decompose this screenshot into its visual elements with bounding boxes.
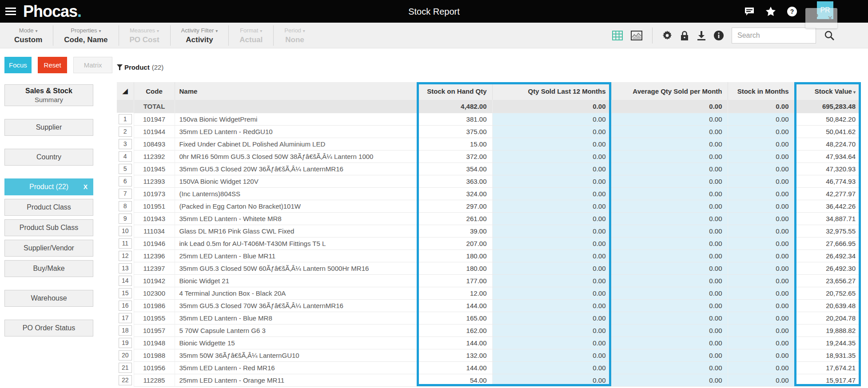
row-number-button[interactable]: 13 (119, 263, 132, 273)
sidebar-item-product-class[interactable]: Product Class (4, 199, 93, 216)
toolbar-group[interactable]: Activity Filter▾ Activity (171, 25, 229, 46)
name-cell[interactable]: Bionic Widgette 15 (175, 337, 417, 349)
name-cell[interactable]: 4 Terminal Junction Box - Black 20A (175, 287, 417, 299)
name-cell[interactable]: Bionic Widget 21 (175, 274, 417, 287)
row-number-button[interactable]: 19 (119, 338, 132, 348)
column-header-name[interactable]: Name (175, 82, 417, 100)
code-cell[interactable]: 112397 (134, 262, 175, 274)
info-icon[interactable] (714, 31, 724, 40)
row-number-button[interactable]: 17 (119, 313, 132, 323)
row-number-button[interactable]: 6 (119, 176, 132, 186)
column-header-avg-qty-month[interactable]: Average Qty Sold per Month (611, 82, 728, 100)
code-cell[interactable]: 112392 (134, 150, 175, 162)
name-cell[interactable]: 25mm LED Lantern - Blue MR11 (175, 249, 417, 262)
matrix-button[interactable]: Matrix (73, 57, 112, 73)
sidebar-item-country[interactable]: Country (4, 149, 93, 166)
name-cell[interactable]: 35mm 50W 36Ãƒâ€šÃ‚Â¼ LanternGU10 (175, 349, 417, 361)
name-cell[interactable]: 25mm LED Lantern - Orange MR11 (175, 374, 417, 386)
code-cell[interactable]: 112285 (134, 374, 175, 386)
row-number-button[interactable]: 12 (119, 251, 132, 261)
toolbar-group[interactable]: Mode▾ Custom (4, 25, 53, 46)
name-cell[interactable]: ink Lead 0.5m for AU-T406M-T430M Fitting… (175, 237, 417, 249)
chart-view-icon[interactable] (631, 31, 642, 40)
column-header-stock-in-months[interactable]: Stock in Months (728, 82, 794, 100)
code-cell[interactable]: 101945 (134, 162, 175, 175)
column-header-qty-sold-12m[interactable]: Qty Sold Last 12 Months (492, 82, 611, 100)
chat-icon[interactable] (745, 7, 754, 16)
code-cell[interactable]: 112396 (134, 249, 175, 262)
help-icon[interactable]: ? (787, 7, 797, 16)
code-cell[interactable]: 101943 (134, 212, 175, 225)
sidebar-item-supplier[interactable]: Supplier (4, 119, 93, 136)
column-header-stock-value[interactable]: Stock Value▾ (794, 82, 861, 100)
sidebar-item-buy-make[interactable]: Buy/Make (4, 260, 93, 277)
name-cell[interactable]: (Packed in Egg Carton No Bracket)101W (175, 200, 417, 212)
grid-view-icon[interactable] (612, 31, 623, 40)
code-cell[interactable]: 101988 (134, 349, 175, 361)
name-cell[interactable]: 150va Bionic WidgetPremi (175, 113, 417, 125)
row-number-button[interactable]: 10 (119, 226, 132, 236)
close-filter-button[interactable]: X (84, 183, 88, 190)
code-cell[interactable]: 101947 (134, 113, 175, 125)
code-cell[interactable]: 101957 (134, 324, 175, 337)
name-cell[interactable]: 35mm LED Lantern - Red MR16 (175, 361, 417, 374)
sort-corner-header[interactable]: ◢ (117, 82, 134, 100)
star-icon[interactable] (766, 7, 776, 16)
column-header-code[interactable]: Code (134, 82, 175, 100)
code-cell[interactable]: 101944 (134, 125, 175, 138)
name-cell[interactable]: 150VA Bionic Widget 120V (175, 175, 417, 187)
sidebar-item-product-sub-class[interactable]: Product Sub Class (4, 219, 93, 236)
name-cell[interactable]: (Inc Lanterns)804SS (175, 187, 417, 200)
sidebar-item-warehouse[interactable]: Warehouse (4, 290, 93, 307)
gear-icon[interactable] (662, 31, 672, 40)
name-cell[interactable]: Fixed Under Cabinet DL Polished Aluminiu… (175, 138, 417, 150)
code-cell[interactable]: 101948 (134, 337, 175, 349)
name-cell[interactable]: 35mm LED Lantern - RedGU10 (175, 125, 417, 138)
focus-button[interactable]: Focus (4, 57, 32, 73)
code-cell[interactable]: 101946 (134, 237, 175, 249)
code-cell[interactable]: 101942 (134, 274, 175, 287)
sidebar-item-sales-stock[interactable]: Sales & Stock Summary (4, 84, 93, 106)
code-cell[interactable]: 102300 (134, 287, 175, 299)
code-cell[interactable]: 101951 (134, 200, 175, 212)
name-cell[interactable]: 0hr MR16 50mm GU5.3 Closed 50W 38Ãƒâ€šÃ‚… (175, 150, 417, 162)
name-cell[interactable]: 35mm GU5.3 Closed 20W 36Ãƒâ€šÃ‚Â¼ Lanter… (175, 162, 417, 175)
active-filter-chip[interactable]: Product (22) (117, 63, 861, 71)
row-number-button[interactable]: 3 (119, 139, 132, 149)
row-number-button[interactable]: 8 (119, 201, 132, 211)
name-cell[interactable]: 35mm LED Lantern - Whitete MR8 (175, 212, 417, 225)
sidebar-item-po-order-status[interactable]: PO Order Status (4, 320, 93, 337)
row-number-button[interactable]: 22 (119, 375, 132, 385)
search-icon[interactable] (824, 30, 835, 41)
row-number-button[interactable]: 11 (119, 238, 132, 249)
name-cell[interactable]: 35mm GU5.3 Closed 70W 36Ãƒâ€šÃ‚Â¼ Lanter… (175, 299, 417, 312)
row-number-button[interactable]: 7 (119, 189, 132, 199)
code-cell[interactable]: 111034 (134, 225, 175, 237)
reset-button[interactable]: Reset (38, 57, 68, 73)
name-cell[interactable]: 5 70W Capsule Lantern G6 3 (175, 324, 417, 337)
toolbar-group[interactable]: Properties▾ Code, Name (53, 25, 119, 46)
sidebar-item-product-22-[interactable]: Product (22) X (4, 178, 93, 195)
share-hub-icon[interactable] (810, 14, 819, 23)
row-number-button[interactable]: 4 (119, 151, 132, 162)
code-cell[interactable]: 101955 (134, 312, 175, 324)
row-number-button[interactable]: 5 (119, 164, 132, 174)
toolbar-group[interactable]: Measures▾ PO Cost (119, 25, 171, 46)
row-number-button[interactable]: 9 (119, 214, 132, 224)
row-number-button[interactable]: 2 (119, 127, 132, 137)
row-number-button[interactable]: 15 (119, 288, 132, 298)
download-icon[interactable] (697, 31, 706, 40)
row-number-button[interactable]: 16 (119, 301, 132, 311)
hamburger-menu-icon[interactable] (5, 6, 16, 17)
close-icon[interactable]: ✕ (828, 14, 833, 22)
code-cell[interactable]: 112393 (134, 175, 175, 187)
search-input[interactable] (732, 28, 816, 44)
column-header-stock-on-hand[interactable]: Stock on Hand Qty (417, 82, 492, 100)
row-number-button[interactable]: 14 (119, 276, 132, 286)
name-cell[interactable]: Glass DL MR16 Pink Glass CWL Fixed (175, 225, 417, 237)
name-cell[interactable]: 35mm LED Lantern - Blue MR8 (175, 312, 417, 324)
sidebar-item-supplier-vendor[interactable]: Supplier/Vendor (4, 240, 93, 257)
code-cell[interactable]: 101986 (134, 299, 175, 312)
toolbar-group[interactable]: Format▾ Actual (229, 25, 274, 46)
toolbar-group[interactable]: Period▾ None (274, 25, 316, 46)
